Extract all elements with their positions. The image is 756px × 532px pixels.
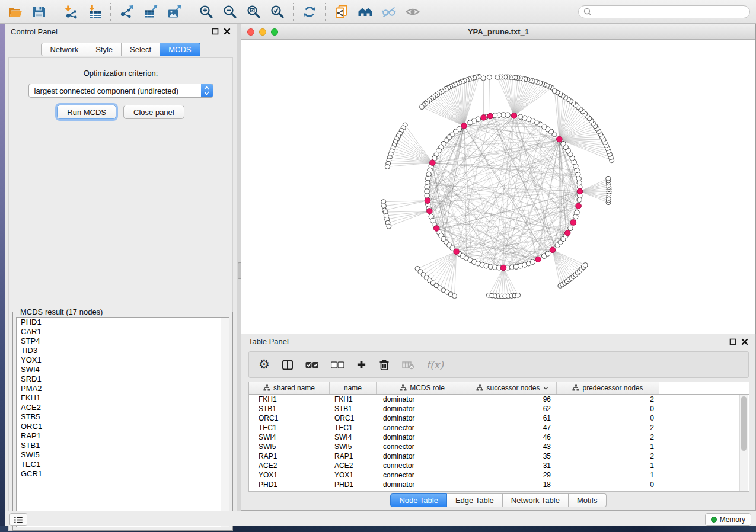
table-cell[interactable]: ORC1: [330, 414, 377, 422]
fan-node[interactable]: [606, 176, 611, 181]
table-cell[interactable]: YOX1: [249, 471, 330, 479]
fan-node[interactable]: [495, 75, 500, 79]
table-cell[interactable]: 18: [468, 480, 557, 489]
table-row[interactable]: PHD1PHD1dominator180: [249, 480, 749, 489]
mcds-result-item[interactable]: CAR1: [17, 327, 229, 336]
network-canvas[interactable]: [241, 40, 755, 334]
column-header-predecessor-nodes[interactable]: predecessor nodes: [557, 382, 659, 394]
mcds-result-item[interactable]: SWI5: [17, 450, 229, 460]
fan-node[interactable]: [385, 164, 390, 169]
mcds-hub-node[interactable]: [481, 115, 487, 121]
mcds-result-item[interactable]: PHD1: [17, 318, 229, 327]
table-cell[interactable]: connector: [377, 443, 468, 451]
mcds-hub-node[interactable]: [557, 136, 563, 142]
hide-glasses-button[interactable]: [377, 2, 401, 22]
table-cell[interactable]: 0: [557, 414, 659, 422]
mcds-hub-node[interactable]: [576, 203, 582, 209]
export-table-button[interactable]: [139, 2, 162, 22]
mcds-result-item[interactable]: STP4: [17, 336, 229, 346]
mcds-result-list[interactable]: PHD1CAR1STP4TID3YOX1SWI4SRD1PMA2FKH1ACE2…: [16, 317, 229, 527]
table-row[interactable]: YOX1YOX1connector291: [249, 470, 749, 480]
zoom-out-button[interactable]: [218, 2, 242, 22]
mcds-result-item[interactable]: SRD1: [17, 374, 229, 384]
close-panel-button[interactable]: Close panel: [123, 105, 184, 119]
table-cell[interactable]: connector: [377, 424, 468, 432]
ring-node[interactable]: [575, 210, 579, 215]
table-cell[interactable]: RAP1: [249, 452, 330, 460]
table-cell[interactable]: SWI4: [249, 433, 330, 441]
table-cell[interactable]: dominator: [377, 480, 468, 489]
fan-node[interactable]: [387, 224, 391, 229]
table-scrollbar[interactable]: [739, 395, 748, 491]
table-cell[interactable]: connector: [377, 471, 468, 479]
delete-column-button[interactable]: [378, 358, 390, 371]
table-cell[interactable]: 43: [468, 443, 557, 451]
tab-select[interactable]: Select: [122, 43, 160, 56]
table-row[interactable]: FKH1FKH1dominator962: [249, 395, 749, 404]
float-panel-icon[interactable]: [212, 28, 219, 35]
mcds-result-item[interactable]: RAP1: [17, 431, 229, 441]
table-cell[interactable]: STB1: [249, 405, 330, 413]
mcds-result-item[interactable]: GCR1: [17, 469, 229, 479]
ring-node[interactable]: [518, 114, 523, 119]
table-cell[interactable]: 62: [468, 405, 557, 413]
mcds-hub-node[interactable]: [577, 188, 583, 194]
open-file-button[interactable]: [4, 2, 27, 22]
mcds-result-item[interactable]: PMA2: [17, 384, 229, 393]
fan-node[interactable]: [481, 76, 486, 81]
table-row[interactable]: STB1STB1dominator620: [249, 404, 749, 414]
table-cell[interactable]: 29: [468, 471, 557, 479]
table-cell[interactable]: 31: [468, 462, 557, 470]
column-header-successor-nodes[interactable]: successor nodes: [468, 382, 557, 394]
table-cell[interactable]: ACE2: [249, 462, 330, 470]
table-cell[interactable]: SWI5: [330, 443, 377, 451]
table-row[interactable]: ACE2ACE2connector311: [249, 461, 749, 470]
network-graph[interactable]: [241, 40, 755, 334]
fan-node[interactable]: [583, 263, 588, 268]
table-row[interactable]: SWI4SWI4dominator462: [249, 432, 749, 442]
ring-node[interactable]: [425, 193, 429, 198]
float-panel-icon[interactable]: [729, 338, 736, 345]
table-row[interactable]: ORC1ORC1dominator610: [249, 414, 749, 423]
mcds-hub-node[interactable]: [487, 113, 493, 119]
table-cell[interactable]: dominator: [377, 452, 468, 460]
tab-edge-table[interactable]: Edge Table: [447, 493, 503, 507]
table-scrollbar-thumb[interactable]: [741, 396, 747, 451]
table-cell[interactable]: ORC1: [249, 414, 330, 422]
mcds-result-item[interactable]: ORC1: [17, 422, 229, 431]
table-cell[interactable]: dominator: [377, 405, 468, 413]
fan-node[interactable]: [420, 105, 425, 110]
table-cell[interactable]: FKH1: [249, 395, 330, 403]
column-header-name[interactable]: name: [330, 382, 377, 394]
tab-network[interactable]: Network: [41, 43, 87, 56]
mcds-hub-node[interactable]: [427, 209, 433, 214]
table-cell[interactable]: TEC1: [249, 424, 330, 432]
zoom-in-button[interactable]: [194, 2, 218, 22]
search-input[interactable]: [595, 7, 749, 17]
mcds-hub-node[interactable]: [454, 249, 460, 255]
table-cell[interactable]: 47: [468, 424, 557, 432]
close-panel-icon[interactable]: [741, 338, 748, 345]
mcds-hub-node[interactable]: [511, 113, 517, 119]
refresh-view-button[interactable]: [298, 2, 321, 22]
table-cell[interactable]: SWI5: [249, 443, 330, 451]
task-history-button[interactable]: [9, 513, 27, 526]
network-window-titlebar[interactable]: YPA_prune.txt_1: [241, 24, 755, 40]
table-cell[interactable]: 35: [468, 452, 557, 460]
import-network-button[interactable]: [59, 2, 83, 22]
mcds-hub-node[interactable]: [550, 247, 556, 253]
criterion-select[interactable]: largest connected component (undirected): [28, 84, 213, 98]
table-cell[interactable]: FKH1: [330, 395, 377, 403]
first-neighbors-button[interactable]: [353, 2, 377, 22]
zoom-fit-button[interactable]: [242, 2, 266, 22]
ring-node[interactable]: [545, 251, 550, 256]
zoom-selected-button[interactable]: [266, 2, 289, 22]
fan-node[interactable]: [552, 89, 557, 94]
tab-style[interactable]: Style: [87, 43, 122, 56]
table-cell[interactable]: TEC1: [330, 424, 377, 432]
fan-node[interactable]: [516, 293, 521, 297]
mcds-hub-node[interactable]: [570, 220, 576, 226]
tab-motifs[interactable]: Motifs: [569, 493, 607, 507]
table-row[interactable]: RAP1RAP1dominator352: [249, 451, 749, 461]
export-image-button[interactable]: [162, 2, 186, 22]
